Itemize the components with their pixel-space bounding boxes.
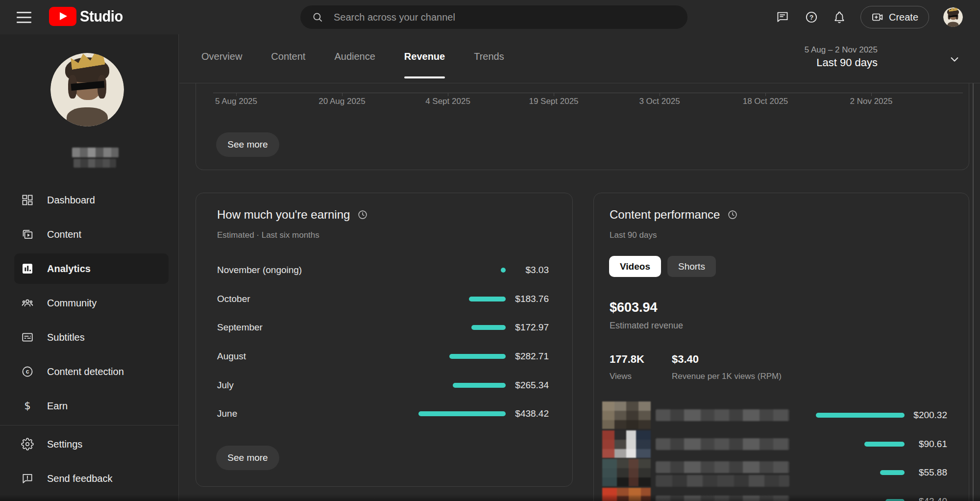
video-revenue-bar (864, 442, 905, 447)
community-icon (21, 296, 34, 310)
video-revenue-amount: $200.32 (913, 410, 947, 421)
scrollbar[interactable] (973, 83, 974, 501)
earnings-row: October$183.76 (196, 285, 572, 314)
help-icon[interactable]: ? (805, 10, 818, 24)
sidebar-item-subtitles[interactable]: Subtitles (0, 320, 178, 354)
video-row[interactable]: $55.88 (594, 458, 969, 487)
video-revenue-amount: $43.40 (919, 496, 947, 501)
sidebar: DashboardContentAnalyticsCommunitySubtit… (0, 34, 179, 501)
earnings-amount: $282.71 (515, 351, 549, 362)
rpm-value: $3.40 (672, 353, 699, 366)
sidebar-menu: DashboardContentAnalyticsCommunitySubtit… (0, 183, 178, 423)
logo-text: Studio (80, 8, 123, 25)
svg-text:$: $ (24, 400, 30, 412)
chip-shorts[interactable]: Shorts (667, 256, 716, 277)
axis-tick-label: 18 Oct 2025 (743, 97, 788, 106)
date-range-dates: 5 Aug – 2 Nov 2025 (805, 45, 878, 55)
sidebar-item-label: Community (47, 298, 97, 309)
see-more-button[interactable]: See more (216, 132, 279, 157)
video-row[interactable]: $43.40 (594, 487, 969, 501)
sidebar-item-community[interactable]: Community (0, 286, 178, 320)
date-range-picker[interactable]: 5 Aug – 2 Nov 2025 Last 90 days (774, 34, 980, 83)
video-title-redacted (656, 461, 789, 473)
earnings-bar (471, 325, 506, 330)
views-label: Views (610, 372, 632, 381)
top-bar: Studio ? (0, 0, 980, 34)
search-bar[interactable] (300, 5, 687, 29)
earnings-row: July$265.34 (196, 371, 572, 400)
earnings-month-label: July (217, 380, 234, 391)
tab-audience[interactable]: Audience (334, 34, 375, 83)
clock-icon (357, 209, 368, 220)
axis-tick-mark (660, 93, 660, 96)
account-avatar[interactable] (943, 7, 963, 27)
axis-tick-label: 4 Sept 2025 (425, 97, 470, 106)
sidebar-item-analytics[interactable]: Analytics (0, 251, 178, 286)
earnings-card-subtitle: Estimated · Last six months (217, 230, 319, 240)
tab-label: Audience (334, 51, 375, 83)
hamburger-menu-icon[interactable] (16, 8, 32, 26)
content-performance-card: Content performance Last 90 days VideosS… (593, 193, 969, 501)
see-more-button[interactable]: See more (216, 446, 279, 470)
chart-x-axis (213, 93, 963, 93)
sidebar-item-settings[interactable]: Settings (0, 427, 178, 461)
sidebar-item-label: Content (47, 229, 81, 240)
video-thumbnail-redacted (602, 488, 651, 501)
earnings-bar (453, 383, 506, 388)
avatar-image (943, 7, 963, 27)
chip-videos[interactable]: Videos (609, 256, 661, 277)
create-button[interactable]: Create (860, 6, 929, 28)
axis-tick-mark (342, 93, 343, 96)
earnings-bar (418, 411, 506, 416)
earnings-bar (469, 297, 506, 301)
sidebar-item-label: Subtitles (47, 332, 85, 343)
tab-label: Overview (201, 51, 242, 83)
video-revenue-bar (885, 499, 905, 501)
sidebar-item-label: Send feedback (47, 473, 112, 484)
tab-overview[interactable]: Overview (201, 34, 242, 83)
earnings-amount: $183.76 (515, 294, 549, 304)
axis-tick-mark (236, 93, 237, 96)
earnings-month-label: October (217, 294, 250, 304)
earnings-bar (449, 354, 506, 359)
video-revenue-amount: $90.61 (919, 439, 947, 450)
sidebar-item-label: Settings (47, 439, 82, 450)
earnings-month-label: September (217, 322, 263, 333)
svg-text:?: ? (809, 14, 813, 21)
feedback-comment-icon[interactable] (776, 10, 789, 24)
sidebar-item-content-detection[interactable]: cContent detection (0, 354, 178, 389)
tab-revenue[interactable]: Revenue (404, 34, 445, 83)
dashboard-icon (21, 193, 34, 207)
earnings-amount: $438.42 (515, 408, 549, 419)
earnings-dot (501, 268, 506, 273)
notifications-bell-icon[interactable] (833, 10, 846, 24)
earnings-amount: $172.97 (515, 322, 549, 333)
earnings-amount: $3.03 (525, 265, 549, 276)
sidebar-item-dashboard[interactable]: Dashboard (0, 183, 178, 217)
video-row[interactable]: $200.32 (594, 401, 969, 430)
analytics-tabs: OverviewContentAudienceRevenueTrends (201, 34, 504, 83)
channel-avatar[interactable] (50, 53, 124, 126)
subtitles-icon (21, 330, 34, 344)
sidebar-item-label: Content detection (47, 366, 124, 377)
date-range-label: Last 90 days (805, 55, 878, 70)
sidebar-item-content[interactable]: Content (0, 217, 178, 251)
sidebar-item-label: Earn (47, 401, 68, 412)
svg-text:c: c (26, 368, 29, 375)
tab-content[interactable]: Content (271, 34, 305, 83)
sidebar-item-earn[interactable]: $Earn (0, 389, 178, 423)
views-value: 177.8K (610, 353, 644, 366)
video-title-redacted (656, 475, 789, 487)
revenue-chart-card: 5 Aug 202520 Aug 20254 Sept 202519 Sept … (196, 83, 969, 170)
sidebar-item-send-feedback[interactable]: Send feedback (0, 461, 178, 496)
tab-trends[interactable]: Trends (474, 34, 504, 83)
search-input[interactable] (333, 11, 678, 24)
date-range: 5 Aug – 2 Nov 2025 Last 90 days (805, 45, 878, 70)
video-thumbnail-redacted (602, 401, 651, 429)
youtube-studio-logo[interactable]: Studio (49, 7, 125, 26)
video-row[interactable]: $90.61 (594, 430, 969, 459)
video-title-redacted (656, 409, 789, 421)
axis-tick-label: 20 Aug 2025 (318, 97, 365, 106)
earnings-amount: $265.34 (515, 380, 549, 391)
youtube-studio-analytics-page: Studio ? (0, 0, 980, 501)
